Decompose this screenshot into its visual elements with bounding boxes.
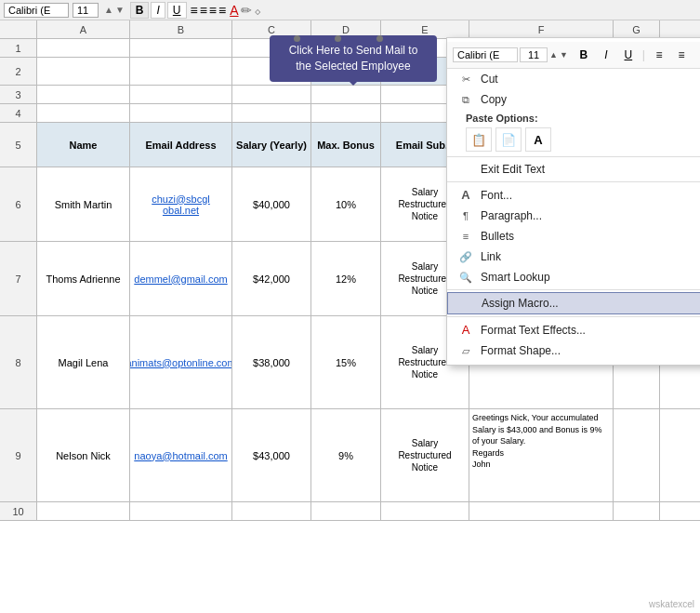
- cell-a1[interactable]: [37, 39, 130, 57]
- ctx-sep-2: [447, 181, 700, 182]
- ctx-label-format-shape: Format Shape...: [481, 344, 561, 357]
- cell-f10[interactable]: [469, 502, 614, 520]
- ctx-item-bullets[interactable]: ≡ Bullets ▶: [447, 226, 700, 247]
- format-shape-icon: ▱: [456, 345, 475, 357]
- cell-a10[interactable]: [37, 502, 130, 520]
- cell-content-nelson[interactable]: Greetings Nick, Your accumulated Salary …: [469, 409, 614, 501]
- col-header-f: F: [469, 20, 614, 38]
- cell-email-thoms[interactable]: demmel@gmail.com: [130, 242, 232, 315]
- ctx-bold-btn[interactable]: B: [574, 46, 594, 64]
- cell-e10[interactable]: [381, 502, 469, 520]
- ctx-font-name[interactable]: Calibri (E: [453, 47, 518, 62]
- paste-btn-1[interactable]: 📋: [466, 127, 492, 152]
- ctx-font-up[interactable]: ▲: [549, 50, 558, 60]
- cell-b4[interactable]: [130, 104, 232, 122]
- copy-icon: ⧉: [456, 94, 475, 106]
- header-salary[interactable]: Salary (Yearly): [232, 123, 311, 167]
- cell-d4[interactable]: [311, 104, 381, 122]
- ctx-label-copy: Copy: [481, 93, 507, 106]
- ctx-italic-btn[interactable]: I: [596, 46, 616, 64]
- header-email[interactable]: Email Address: [130, 123, 232, 167]
- cell-a2[interactable]: [37, 58, 130, 85]
- ctx-font-down[interactable]: ▼: [560, 50, 568, 60]
- row-header-7: 7: [0, 242, 37, 316]
- ctx-underline-btn[interactable]: U: [618, 46, 639, 64]
- cell-salary-magil[interactable]: $38,000: [232, 316, 311, 408]
- ctx-format-bar: Calibri (E 11 ▲ ▼ B I U | ≡ ≡ ≡ A ⬦: [447, 42, 700, 69]
- ctx-item-smart-lookup[interactable]: 🔍 Smart Lookup: [447, 267, 700, 287]
- ctx-align-right-btn[interactable]: ≡: [693, 46, 700, 64]
- header-bonus[interactable]: Max. Bonus: [311, 123, 381, 167]
- cell-name-smith[interactable]: Smith Martin: [37, 167, 130, 241]
- tooltip-text: Click Here to Send Mail to the Selected …: [289, 44, 418, 73]
- ctx-item-exit-edit[interactable]: Exit Edit Text: [447, 159, 700, 180]
- underline-button[interactable]: U: [167, 2, 187, 19]
- cell-c4[interactable]: [232, 104, 311, 122]
- ctx-item-font[interactable]: A Font...: [447, 184, 700, 206]
- ctx-font-size[interactable]: 11: [520, 47, 548, 62]
- cell-name-magil[interactable]: Magil Lena: [37, 316, 130, 408]
- italic-button[interactable]: I: [151, 2, 165, 19]
- cell-h-nelson[interactable]: [614, 409, 660, 501]
- link-icon: 🔗: [456, 251, 475, 263]
- cell-b3[interactable]: [130, 86, 232, 103]
- cell-emailsub-nelson[interactable]: Salary Restructured Notice: [381, 409, 469, 501]
- paste-icons-row: 📋 📄 A: [456, 125, 700, 154]
- cell-c3[interactable]: [232, 86, 311, 103]
- cell-d3[interactable]: [311, 86, 381, 103]
- handle-top-left: [294, 32, 300, 45]
- ctx-label-bullets: Bullets: [481, 230, 514, 243]
- cell-b1[interactable]: [130, 39, 232, 57]
- ctx-item-link[interactable]: 🔗 Link: [447, 247, 700, 267]
- cell-a3[interactable]: [37, 86, 130, 103]
- header-name[interactable]: Name: [37, 123, 130, 167]
- ctx-label-assign-macro: Assign Macro...: [482, 297, 559, 310]
- cell-bonus-magil[interactable]: 15%: [311, 316, 381, 408]
- row-headers: 1 2 3 4 5 6 7 8 9 10: [0, 39, 37, 521]
- row-header-6: 6: [0, 167, 37, 242]
- row-header-2: 2: [0, 58, 37, 86]
- cell-salary-nelson[interactable]: $43,000: [232, 409, 311, 501]
- cell-name-nelson[interactable]: Nelson Nick: [37, 409, 130, 501]
- cell-g10[interactable]: [614, 502, 660, 520]
- cell-email-nelson[interactable]: naoya@hotmail.com: [130, 409, 232, 501]
- cell-bonus-smith[interactable]: 10%: [311, 167, 381, 241]
- handle-top-center: [335, 32, 341, 45]
- font-size-display[interactable]: 11: [73, 3, 99, 18]
- paste-btn-3[interactable]: A: [525, 127, 551, 152]
- font-name-display[interactable]: Calibri (E: [4, 3, 69, 18]
- ctx-align-center-btn[interactable]: ≡: [671, 46, 692, 64]
- ctx-item-paragraph[interactable]: ¶ Paragraph...: [447, 206, 700, 226]
- cell-bonus-nelson[interactable]: 9%: [311, 409, 381, 501]
- cell-c10[interactable]: [232, 502, 311, 520]
- paste-btn-2[interactable]: 📄: [495, 127, 522, 152]
- cell-b10[interactable]: [130, 502, 232, 520]
- cell-a4[interactable]: [37, 104, 130, 122]
- ctx-item-cut[interactable]: ✂ Cut: [447, 69, 700, 89]
- ctx-item-copy[interactable]: ⧉ Copy: [447, 89, 700, 110]
- corner-cell: [0, 20, 37, 38]
- cell-salary-thoms[interactable]: $42,000: [232, 242, 311, 315]
- ctx-paste-section: Paste Options: 📋 📄 A: [447, 110, 700, 154]
- ctx-item-format-shape[interactable]: ▱ Format Shape...: [447, 340, 700, 361]
- ctx-sep-3: [447, 289, 700, 290]
- cell-name-thoms[interactable]: Thoms Adrienne: [37, 242, 130, 315]
- ctx-item-format-text-effects[interactable]: A Format Text Effects...: [447, 319, 700, 340]
- ctx-label-paragraph: Paragraph...: [481, 209, 542, 222]
- bullets-icon: ≡: [456, 231, 475, 242]
- cell-bonus-thoms[interactable]: 12%: [311, 242, 381, 315]
- cell-d10[interactable]: [311, 502, 381, 520]
- bold-button[interactable]: B: [130, 2, 150, 19]
- ctx-paste-label: Paste Options:: [456, 110, 548, 125]
- cut-icon: ✂: [456, 73, 475, 86]
- ctx-label-exit-edit: Exit Edit Text: [481, 163, 545, 176]
- ctx-item-assign-macro[interactable]: Assign Macro... ↖: [447, 292, 700, 314]
- format-text-icon: A: [456, 323, 475, 337]
- cell-email-smith[interactable]: chuzi@sbcgl obal.net: [130, 167, 232, 241]
- ctx-align-left-btn[interactable]: ≡: [649, 46, 669, 64]
- handle-top-right: [376, 32, 383, 45]
- cell-salary-smith[interactable]: $40,000: [232, 167, 311, 241]
- cell-email-magil[interactable]: animats@optonline.com: [130, 316, 232, 408]
- cell-b2[interactable]: [130, 58, 232, 85]
- col-header-a: A: [37, 20, 130, 38]
